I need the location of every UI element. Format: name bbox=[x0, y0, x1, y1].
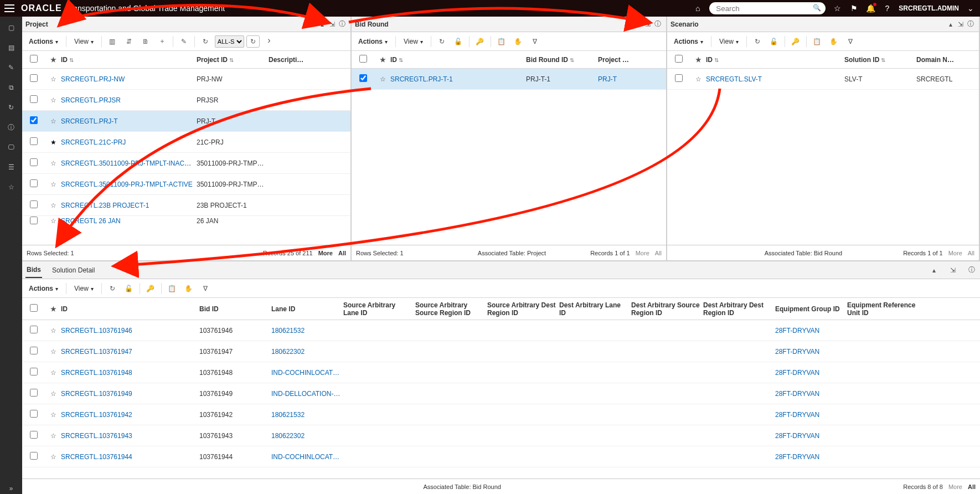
col-equip-refunit[interactable]: Equipment Reference Unit ID bbox=[847, 301, 919, 317]
popout-icon[interactable]: ⇲ bbox=[643, 20, 653, 28]
help-icon[interactable]: ? bbox=[882, 4, 892, 13]
col-src-arb-lane[interactable]: Source Arbitrary Lane ID bbox=[343, 301, 415, 317]
edit-icon[interactable]: ✎ bbox=[177, 35, 191, 48]
flag-icon[interactable]: ⚑ bbox=[849, 4, 859, 13]
table-row[interactable]: ☆SRCREGTL.PRJ-NWPRJ-NW bbox=[22, 69, 350, 90]
home-icon[interactable]: ⌂ bbox=[693, 4, 703, 13]
col-project-id[interactable]: Project ID bbox=[598, 56, 634, 64]
fav-header-icon[interactable]: ★ bbox=[375, 56, 390, 64]
info-icon[interactable]: ⓘ bbox=[967, 265, 977, 275]
row-checkbox[interactable] bbox=[30, 200, 38, 208]
fav-header-icon[interactable]: ★ bbox=[690, 56, 706, 64]
cell-lane-id[interactable]: IND-COCHINLOCAT… bbox=[271, 369, 339, 377]
col-dst-arb-lane[interactable]: Dest Arbitrary Lane ID bbox=[559, 301, 631, 317]
table-row[interactable]: ☆SRCREGTL.23B PROJECT-123B PROJECT-1 bbox=[22, 195, 350, 216]
star-icon[interactable]: ☆ bbox=[375, 75, 390, 83]
doc-icon[interactable]: 🗎 bbox=[138, 35, 153, 48]
star-icon[interactable]: ☆ bbox=[45, 217, 61, 225]
reload-icon[interactable]: ↻ bbox=[246, 35, 260, 48]
unlock-icon[interactable]: 🔓 bbox=[451, 35, 466, 48]
info-icon[interactable]: ⓘ bbox=[337, 19, 347, 29]
refresh-icon[interactable]: ↻ bbox=[198, 35, 213, 48]
cell-id[interactable]: SRCREGTL.PRJ-T bbox=[61, 117, 118, 125]
actions-button[interactable]: Actions bbox=[354, 35, 392, 48]
col-dst-arb-srcreg[interactable]: Dest Arbitrary Source Region ID bbox=[631, 301, 703, 317]
select-all-checkbox[interactable] bbox=[359, 55, 367, 63]
cell-id[interactable]: SRCREGTL.35011009-PRJ-TMPLT-INACTIVE bbox=[61, 159, 197, 167]
tab-solution-detail[interactable]: Solution Detail bbox=[51, 263, 96, 277]
star-icon[interactable]: ☆ bbox=[45, 159, 61, 167]
hand-icon[interactable]: ✋ bbox=[182, 282, 196, 295]
refresh-icon[interactable]: ↻ bbox=[750, 35, 765, 48]
info-icon[interactable]: ⓘ bbox=[653, 19, 663, 29]
columns-icon[interactable]: ▥ bbox=[105, 35, 120, 48]
col-description[interactable]: Description bbox=[269, 56, 307, 64]
star-icon[interactable]: ☆ bbox=[45, 117, 61, 125]
cell-equip-group[interactable]: 28FT-DRYVAN bbox=[775, 348, 819, 356]
row-checkbox[interactable] bbox=[30, 137, 38, 145]
key-icon[interactable]: 🔑 bbox=[143, 282, 158, 295]
star-icon[interactable]: ☆ bbox=[45, 453, 61, 461]
star-icon[interactable]: ☆ bbox=[45, 390, 61, 398]
star-icon[interactable]: ☆ bbox=[45, 181, 61, 188]
table-row[interactable]: ☆ SRCREGTL.103761944 103761944 IND-COCHI… bbox=[22, 446, 980, 467]
col-solution-id[interactable]: Solution ID bbox=[844, 56, 916, 64]
star-icon[interactable]: ☆ bbox=[45, 96, 61, 104]
table-row[interactable]: ★SRCREGTL.21C-PRJ21C-PRJ bbox=[22, 132, 350, 153]
cell-equip-group[interactable]: 28FT-DRYVAN bbox=[775, 327, 819, 335]
rail-item-6[interactable]: ⓘ bbox=[6, 122, 17, 133]
next-icon[interactable]: › bbox=[262, 34, 276, 47]
popout-icon[interactable]: ⇲ bbox=[956, 20, 966, 28]
table-row[interactable]: ☆ SRCREGTL.103761949 103761949 IND-DELLO… bbox=[22, 383, 980, 404]
table-row[interactable]: ☆ SRCREGTL.103761947 103761947 180622302… bbox=[22, 341, 980, 362]
unlock-icon[interactable]: 🔓 bbox=[767, 35, 781, 48]
rail-item-2[interactable]: ▤ bbox=[6, 42, 17, 53]
row-checkbox[interactable] bbox=[30, 158, 38, 166]
actions-button[interactable]: Actions bbox=[24, 35, 63, 48]
filter-select[interactable]: ALL-S bbox=[215, 35, 244, 48]
cell-id[interactable]: SRCREGTL.103761942 bbox=[61, 411, 132, 419]
view-button[interactable]: View bbox=[70, 282, 98, 295]
star-icon[interactable]: ☆ bbox=[45, 202, 61, 209]
row-checkbox[interactable] bbox=[30, 179, 38, 187]
row-checkbox[interactable] bbox=[30, 368, 38, 375]
cell-id[interactable]: SRCREGTL.21C-PRJ bbox=[61, 138, 126, 146]
cell-equip-group[interactable]: 28FT-DRYVAN bbox=[775, 390, 819, 398]
rail-item-8[interactable]: ☰ bbox=[6, 162, 17, 173]
view-button[interactable]: View bbox=[399, 35, 427, 48]
col-id[interactable]: ID bbox=[61, 56, 197, 64]
col-bid-id[interactable]: Bid ID bbox=[199, 305, 271, 313]
add-icon[interactable]: ＋ bbox=[155, 35, 169, 48]
actions-button[interactable]: Actions bbox=[669, 35, 708, 48]
minimize-icon[interactable]: ▴ bbox=[929, 266, 939, 274]
rail-item-7[interactable]: 🖵 bbox=[6, 142, 17, 153]
table-row[interactable]: ☆SRCREGTL.35011009-PRJ-TMPLT-ACTIVE35011… bbox=[22, 174, 350, 195]
user-menu[interactable]: SRCREGTL.ADMIN bbox=[899, 4, 959, 12]
fav-header-icon[interactable]: ★ bbox=[45, 56, 61, 64]
popout-icon[interactable]: ⇲ bbox=[948, 266, 958, 274]
table-row[interactable]: ☆ SRCREGTL.103761943 103761943 180622302… bbox=[22, 425, 980, 446]
star-icon[interactable]: ★ bbox=[45, 138, 61, 146]
cell-lane-id[interactable]: IND-COCHINLOCAT… bbox=[271, 453, 339, 461]
table-row[interactable]: ☆SRCREGTL.SLV-TSLV-TSRCREGTL bbox=[667, 69, 979, 90]
cell-id[interactable]: SRCREGTL.PRJ-NW bbox=[61, 75, 125, 83]
cell-equip-group[interactable]: 28FT-DRYVAN bbox=[775, 411, 819, 419]
all-button[interactable]: All bbox=[655, 250, 662, 256]
cell-id[interactable]: SRCREGTL.23B PROJECT-1 bbox=[61, 202, 149, 209]
cell-id[interactable]: SRCREGTL.103761948 bbox=[61, 369, 132, 377]
paste-icon[interactable]: 📋 bbox=[165, 282, 179, 295]
cell-id[interactable]: SRCREGTL.103761944 bbox=[61, 453, 132, 461]
row-checkbox[interactable] bbox=[30, 347, 38, 354]
key-icon[interactable]: 🔑 bbox=[788, 35, 803, 48]
cell-id[interactable]: SRCREGTL.103761947 bbox=[61, 348, 132, 356]
cell-lane-id[interactable]: 180621532 bbox=[271, 327, 305, 335]
col-bidround-id[interactable]: Bid Round ID bbox=[526, 56, 598, 64]
rail-expand-icon[interactable]: » bbox=[6, 483, 17, 494]
cell-equip-group[interactable]: 28FT-DRYVAN bbox=[775, 432, 819, 440]
col-id[interactable]: ID bbox=[390, 56, 526, 64]
paste-icon[interactable]: 📋 bbox=[810, 35, 824, 48]
star-icon[interactable]: ☆ bbox=[690, 75, 706, 83]
rail-item-3[interactable]: ✎ bbox=[6, 62, 17, 73]
rail-item-1[interactable]: ▢ bbox=[6, 22, 17, 33]
cell-id[interactable]: SRCREGTL.103761943 bbox=[61, 432, 132, 440]
